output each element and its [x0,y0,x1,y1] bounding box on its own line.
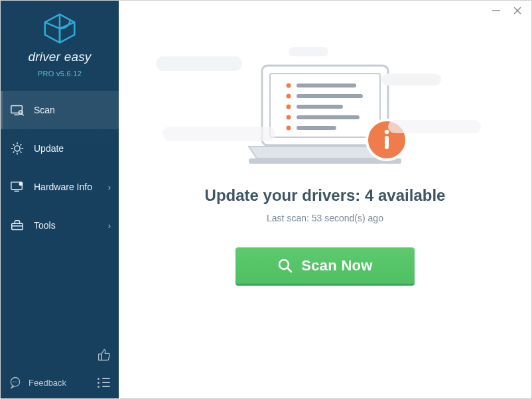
svg-rect-5 [11,106,23,113]
sidebar-item-label: Tools [34,220,56,231]
magnifier-monitor-icon [10,103,25,117]
logo-icon [41,13,78,44]
svg-rect-27 [297,94,363,98]
svg-line-38 [288,268,292,272]
sidebar-item-label: Scan [34,105,55,115]
speech-bubble-icon [9,376,22,389]
sidebar-item-update[interactable]: Update [1,129,119,168]
minimize-icon [492,6,501,15]
svg-point-35 [385,130,389,134]
search-icon [277,258,293,274]
svg-rect-36 [385,136,389,149]
svg-point-30 [287,115,291,120]
laptop-illustration [222,60,428,172]
svg-rect-16 [99,354,101,360]
svg-line-8 [22,114,23,115]
thumbs-up-icon[interactable] [98,348,111,361]
sidebar-bottom: Feedback [1,369,119,398]
main-panel: Update your drivers: 4 available Last sc… [119,1,531,398]
svg-rect-25 [297,84,356,87]
brand-version: PRO v5.6.12 [38,70,82,78]
sidebar-item-hardware-info[interactable]: 1 Hardware Info › [1,168,119,206]
svg-point-20 [17,382,17,382]
list-icon[interactable] [97,377,111,388]
svg-rect-31 [297,115,360,119]
sidebar-item-label: Hardware Info [34,182,92,192]
sidebar-nav: Scan Update 1 [1,91,119,245]
close-icon [513,6,522,15]
chevron-right-icon: › [108,182,111,192]
sidebar: driver easy PRO v5.6.12 Scan [1,1,119,398]
scan-button-label: Scan Now [301,257,373,274]
sidebar-item-label: Update [34,143,64,154]
svg-point-9 [15,146,20,151]
scan-now-button[interactable]: Scan Now [235,247,415,286]
last-scan-text: Last scan: 53 second(s) ago [267,213,383,223]
sidebar-like-row [1,348,119,361]
chevron-right-icon: › [108,221,111,231]
brand-block: driver easy PRO v5.6.12 [1,1,119,87]
close-button[interactable] [513,6,522,15]
sidebar-item-scan[interactable]: Scan [1,91,119,129]
svg-point-24 [287,84,291,88]
minimize-button[interactable] [492,6,501,15]
feedback-button[interactable]: Feedback [9,376,66,389]
svg-point-26 [287,94,291,99]
app-root: driver easy PRO v5.6.12 Scan [1,1,531,398]
toolbox-icon [10,218,25,233]
info-badge-icon [367,120,407,160]
svg-point-19 [15,382,15,382]
window-controls [482,1,531,21]
feedback-label: Feedback [29,378,66,388]
svg-point-18 [13,382,14,382]
brand-name: driver easy [28,50,91,64]
svg-point-28 [287,105,291,109]
svg-rect-29 [297,105,343,109]
monitor-info-icon: 1 [10,180,25,194]
gear-arrows-icon [10,141,25,156]
scan-headline: Update your drivers: 4 available [205,186,446,205]
svg-rect-14 [12,223,23,229]
svg-rect-33 [297,126,336,130]
sidebar-item-tools[interactable]: Tools › [1,206,119,245]
svg-point-32 [287,126,291,131]
